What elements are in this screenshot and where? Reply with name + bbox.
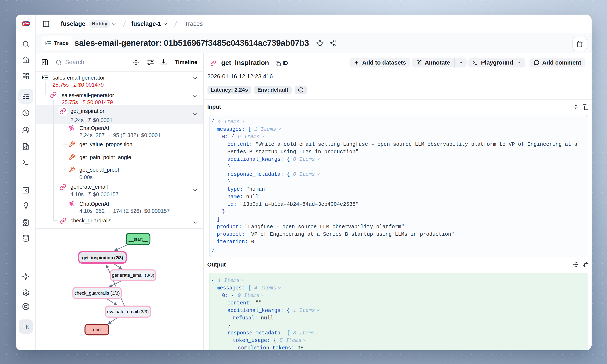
svg-text:__start__: __start__ [129, 236, 148, 242]
svg-text:generate_email (3/3): generate_email (3/3) [112, 273, 154, 278]
svg-text:get_inspiration (2/3): get_inspiration (2/3) [82, 255, 123, 260]
svg-text:evaluate_email (3/3): evaluate_email (3/3) [107, 309, 149, 314]
svg-text:check_guardrails (3/3): check_guardrails (3/3) [75, 290, 120, 296]
svg-text:__end__: __end__ [88, 327, 106, 332]
